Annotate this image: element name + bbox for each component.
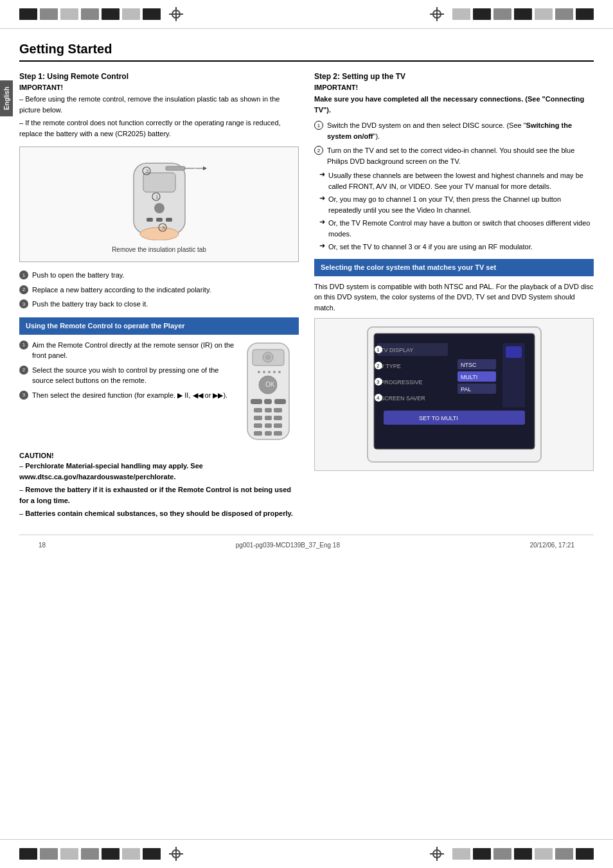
svg-rect-35 xyxy=(265,416,272,420)
left-column: Step 1: Using Remote Control IMPORTANT! … xyxy=(19,72,299,522)
arrow-bullet-4: ➜ Or, set the TV to channel 3 or 4 if yo… xyxy=(314,242,594,252)
arrow-sym-2: ➜ xyxy=(319,194,325,202)
bar-block-7 xyxy=(143,8,161,20)
svg-rect-4 xyxy=(166,166,185,170)
page-content: English Getting Started Step 1: Using Re… xyxy=(0,29,613,574)
color-system-title: Selecting the color system that matches … xyxy=(321,263,587,272)
svg-text:TV DISPLAY: TV DISPLAY xyxy=(380,347,413,353)
svg-rect-66 xyxy=(506,346,522,358)
footer-timestamp: 20/12/06, 17:21 xyxy=(529,542,574,549)
bar-block-r6 xyxy=(555,8,573,20)
svg-rect-41 xyxy=(265,431,272,436)
operate-step-num-3: 3 xyxy=(19,391,28,400)
remote-caption: Remove the insulation plastic tab xyxy=(26,246,292,253)
bar-block-r5 xyxy=(535,8,553,20)
battery-step-2-text: Replace a new battery according to the i… xyxy=(32,285,299,296)
svg-text:1: 1 xyxy=(377,347,380,353)
bottom-crosshair-left xyxy=(167,845,185,863)
step2-num-1: 1 xyxy=(314,121,323,130)
tv-menu-svg: TV DISPLAY V TYPE PROGRESSIVE SCREEN SAV… xyxy=(364,324,544,465)
step1-intro-line1: – Before using the remote control, remov… xyxy=(19,94,299,115)
step1-intro-line2: – If the remote control does not functio… xyxy=(19,118,299,139)
operate-step-3-text: Then select the desired function (for ex… xyxy=(32,390,235,401)
bot-bar-block-r6 xyxy=(555,848,573,860)
bar-block-3 xyxy=(60,8,78,20)
svg-point-23 xyxy=(268,371,271,373)
remote-illustration: 2 xyxy=(95,157,224,240)
bar-block-r4 xyxy=(514,8,532,20)
svg-text:PAL: PAL xyxy=(461,386,471,393)
bot-bar-block-3 xyxy=(60,848,78,860)
color-system-box: Selecting the color system that matches … xyxy=(314,259,594,276)
crosshair-circle-right xyxy=(432,10,441,19)
bot-bar-block-5 xyxy=(102,848,120,860)
color-system-text: This DVD system is compatible with both … xyxy=(314,281,594,314)
step-num-1: 1 xyxy=(19,270,28,279)
step2-heading: Step 2: Setting up the TV xyxy=(314,72,594,81)
operate-steps-with-image: 1 Aim the Remote Control directly at the… xyxy=(19,340,299,444)
bot-bar-block-r2 xyxy=(473,848,491,860)
bottom-crosshair-right xyxy=(428,845,446,863)
bottom-decorative-bar xyxy=(0,839,613,868)
bot-bar-block-7 xyxy=(143,848,161,860)
svg-text:4: 4 xyxy=(377,395,380,401)
svg-text:PROGRESSIVE: PROGRESSIVE xyxy=(380,379,423,385)
svg-text:3: 3 xyxy=(162,225,165,231)
step2-num-2: 2 xyxy=(314,146,323,155)
language-tab: English xyxy=(0,80,13,116)
crosshair-circle-left xyxy=(172,10,181,19)
arrow-bullets: ➜ Usually these channels are between the… xyxy=(314,170,594,252)
operate-step-1-text: Aim the Remote Control directly at the r… xyxy=(32,340,235,361)
step2-step-2-text: Turn on the TV and set to the correct vi… xyxy=(327,145,594,166)
arrow-sym-4: ➜ xyxy=(319,242,325,250)
svg-point-8 xyxy=(154,203,164,213)
svg-rect-33 xyxy=(274,408,282,412)
remote-image-area: 2 xyxy=(19,146,299,262)
arrow-bullet-2: ➜ Or, you may go to channel 1 on your TV… xyxy=(314,194,594,215)
crosshair-right xyxy=(428,5,446,23)
step1-heading: Step 1: Using Remote Control xyxy=(19,72,299,81)
crosshair-left xyxy=(167,5,185,23)
bot-bar-block-r1 xyxy=(452,848,470,860)
svg-text:SCREEN SAVER: SCREEN SAVER xyxy=(380,395,425,402)
remote-small-svg: OK xyxy=(241,340,296,443)
right-column: Step 2: Setting up the TV IMPORTANT! Mak… xyxy=(314,72,594,522)
arrow-sym-1: ➜ xyxy=(319,170,325,179)
remote-svg: 2 xyxy=(26,154,292,244)
svg-text:2: 2 xyxy=(146,168,149,174)
svg-point-21 xyxy=(258,371,260,373)
svg-rect-34 xyxy=(254,416,262,420)
operate-steps-list: 1 Aim the Remote Control directly at the… xyxy=(19,340,235,405)
arrow-sym-3: ➜ xyxy=(319,218,325,226)
arrow-bullet-1: ➜ Usually these channels are between the… xyxy=(314,170,594,191)
arrow-bullet-3: ➜ Or, the TV Remote Control may have a b… xyxy=(314,218,594,239)
battery-steps: 1 Push to open the battery tray. 2 Repla… xyxy=(19,270,299,310)
footer-center: pg001-pg039-MCD139B_37_Eng 18 xyxy=(236,542,340,549)
bar-block-6 xyxy=(122,8,140,20)
page-title: Getting Started xyxy=(19,42,594,62)
operate-step-2-text: Select the source you wish to control by… xyxy=(32,365,235,386)
caution-box: CAUTION! – Perchlorate Material-special … xyxy=(19,450,299,519)
remote-control-blue-box: Using the Remote Control to operate the … xyxy=(19,317,299,335)
step1-intro: – Before using the remote control, remov… xyxy=(19,94,299,139)
svg-rect-10 xyxy=(156,218,163,222)
operate-step-1: 1 Aim the Remote Control directly at the… xyxy=(19,340,235,361)
svg-rect-32 xyxy=(265,408,272,412)
step2-step-2: 2 Turn on the TV and set to the correct … xyxy=(314,145,594,166)
battery-step-1-text: Push to open the battery tray. xyxy=(32,270,299,281)
two-column-layout: Step 1: Using Remote Control IMPORTANT! … xyxy=(19,72,594,522)
page-footer: 18 pg001-pg039-MCD139B_37_Eng 18 20/12/0… xyxy=(19,535,594,555)
svg-rect-31 xyxy=(254,408,262,412)
step2-step-1-text: Switch the DVD system on and then select… xyxy=(327,120,594,141)
svg-rect-37 xyxy=(254,423,262,428)
svg-text:MULTI: MULTI xyxy=(461,374,477,380)
svg-rect-42 xyxy=(274,431,282,436)
footer-page-number: 18 xyxy=(39,542,46,549)
svg-text:OK: OK xyxy=(265,381,275,388)
arrow-text-4: Or, set the TV to channel 3 or 4 if you … xyxy=(328,242,533,252)
bottom-bar-left-blocks xyxy=(19,848,161,860)
svg-rect-69 xyxy=(506,389,522,400)
arrow-text-3: Or, the TV Remote Control may have a but… xyxy=(328,218,594,239)
operate-step-num-2: 2 xyxy=(19,366,28,375)
svg-text:1: 1 xyxy=(155,194,159,200)
